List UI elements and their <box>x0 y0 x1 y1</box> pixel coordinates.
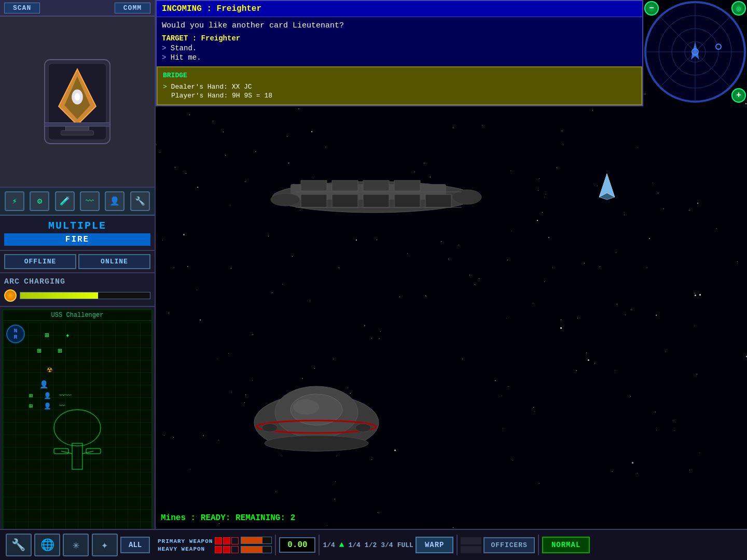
dialog-option-stand[interactable]: Stand. <box>162 44 637 53</box>
warp-1-4-label: 1/4 <box>323 541 335 549</box>
radar-plus-btn[interactable]: + <box>731 88 746 103</box>
bridge-label: BRIDGE <box>163 72 636 79</box>
ship-diagram-title: USS Challenger <box>3 310 151 321</box>
nr-label: NR <box>14 328 18 340</box>
heavy-progress <box>241 546 272 553</box>
warp-1-2-label: 1/2 <box>365 541 377 549</box>
sys-icon-radiation[interactable]: ☢ <box>47 365 52 375</box>
arc-section: ARC CHARGING <box>0 273 155 307</box>
warp-1-4-2-label: 1/4 <box>348 541 360 549</box>
svg-rect-13 <box>301 194 327 207</box>
sys-icon-4[interactable]: ⊞ <box>58 346 62 355</box>
heavy-ammo-box-1 <box>215 546 222 553</box>
dialog-box: INCOMING : Freighter Would you like anot… <box>156 0 643 106</box>
speed-display: 0.00 <box>279 537 315 553</box>
charge-fill <box>20 292 98 299</box>
svg-rect-44 <box>72 443 82 469</box>
primary-progress <box>241 537 272 544</box>
sys-icon-9[interactable]: ⊞ <box>29 402 33 410</box>
normal-button[interactable]: NORMAL <box>542 537 590 553</box>
system-ind-1 <box>461 537 481 544</box>
primary-weapon-label: PRIMARY WEAPON <box>158 538 213 544</box>
svg-rect-18 <box>301 180 327 191</box>
small-ship-svg <box>591 171 622 202</box>
progress-bars <box>241 537 272 553</box>
svg-rect-17 <box>425 194 451 207</box>
top-bar: SCAN COMM <box>0 0 155 17</box>
action-globe-btn[interactable]: 🌐 <box>34 534 60 556</box>
svg-point-32 <box>265 436 368 451</box>
weapon-mode-label: MULTIPLE <box>4 220 150 232</box>
ship-diagram: USS Challenger NR ⊞ ✦ ⊞ ⊞ ☢ 👤 ⊞ 👤 〰〰 ⊞ <box>2 309 153 558</box>
icon-science[interactable]: 🧪 <box>55 191 75 211</box>
badge-area <box>0 17 155 188</box>
dealer-hand: Dealer's Hand: XX JC <box>163 82 636 91</box>
dialog-question: Would you like another card Lieutenant? <box>162 21 637 30</box>
charge-bar-container <box>4 289 150 302</box>
heavy-progress-fill <box>241 547 262 553</box>
online-button[interactable]: ONLINE <box>78 254 150 269</box>
bottom-bar: PRIMARY WEAPON HEAVY WEAPON 0.00 1/4 ▲ 1… <box>156 529 747 560</box>
player-ship-svg <box>249 371 384 464</box>
nr-badge: NR <box>6 325 25 343</box>
sys-icon-7[interactable]: 👤 <box>44 392 51 400</box>
icon-wave[interactable]: 〰 <box>80 191 100 211</box>
officers-button[interactable]: OFFICERS <box>483 537 534 553</box>
icon-helm[interactable]: ⚙ <box>30 191 49 211</box>
svg-rect-41 <box>61 131 94 135</box>
ammo-box-2 <box>223 537 230 544</box>
heavy-ammo-box-3 <box>231 546 239 553</box>
sys-icon-11[interactable]: 〰 <box>59 402 65 410</box>
radar-minus-btn[interactable]: − <box>644 1 659 16</box>
communicator-badge <box>36 55 119 148</box>
action-special-btn[interactable]: ✦ <box>92 534 118 556</box>
icon-crew[interactable]: 👤 <box>105 191 125 211</box>
svg-rect-15 <box>363 194 389 207</box>
charge-circle <box>4 289 17 302</box>
ship-diagram-svg <box>46 391 108 485</box>
sys-icon-5[interactable]: 👤 <box>39 380 48 389</box>
comm-button[interactable]: COMM <box>115 3 150 13</box>
scan-button[interactable]: SCAN <box>4 3 40 13</box>
ammo-indicators <box>215 537 239 553</box>
sys-icon-6[interactable]: ⊞ <box>29 392 33 400</box>
status-row: OFFLINE ONLINE <box>0 251 155 273</box>
system-ind-2 <box>461 546 481 553</box>
icon-row: ⚡ ⚙ 🧪 〰 👤 🔧 <box>0 188 155 216</box>
svg-rect-21 <box>394 180 420 191</box>
minimap: − ◎ + <box>643 0 747 124</box>
primary-ammo <box>215 537 239 544</box>
charging-label: CHARGING <box>24 277 65 286</box>
svg-point-22 <box>271 193 300 206</box>
sys-icon-8[interactable]: 〰〰 <box>59 392 72 400</box>
sys-icon-10[interactable]: 👤 <box>44 402 51 410</box>
svg-rect-14 <box>332 194 358 207</box>
svg-rect-19 <box>332 180 358 191</box>
action-tools-btn[interactable]: 🔧 <box>6 534 32 556</box>
svg-rect-42 <box>45 123 110 127</box>
radar-top-right-btn[interactable]: ◎ <box>731 1 746 16</box>
weapon-row: PRIMARY WEAPON HEAVY WEAPON <box>158 538 213 552</box>
primary-progress-fill <box>241 537 262 543</box>
heavy-ammo-box-2 <box>223 546 230 553</box>
dialog-option-hit[interactable]: Hit me. <box>162 53 637 62</box>
sys-icon-1[interactable]: ⊞ <box>45 331 49 340</box>
warp-indicators: 1/4 ▲ 1/4 1/2 3/4 FULL <box>323 540 413 550</box>
icon-tools[interactable]: 🔧 <box>130 191 150 211</box>
heavy-weapon-label: HEAVY WEAPON <box>158 546 213 552</box>
system-indicators <box>461 537 481 553</box>
freighter-ship <box>270 166 488 231</box>
offline-button[interactable]: OFFLINE <box>4 254 76 269</box>
player-ship <box>249 371 384 467</box>
action-star-btn[interactable]: ✳ <box>63 534 89 556</box>
arc-row: ARC CHARGING <box>4 277 150 286</box>
all-button[interactable]: ALL <box>120 537 150 553</box>
warp-button[interactable]: WARP <box>416 537 454 553</box>
radar-svg <box>643 0 747 104</box>
sys-icon-2[interactable]: ✦ <box>65 331 70 340</box>
svg-point-30 <box>262 424 278 432</box>
sys-icon-3[interactable]: ⊞ <box>37 346 41 355</box>
small-ship-indicator <box>591 171 622 205</box>
icon-energy[interactable]: ⚡ <box>5 191 24 211</box>
radar-display: − ◎ + <box>643 0 747 104</box>
